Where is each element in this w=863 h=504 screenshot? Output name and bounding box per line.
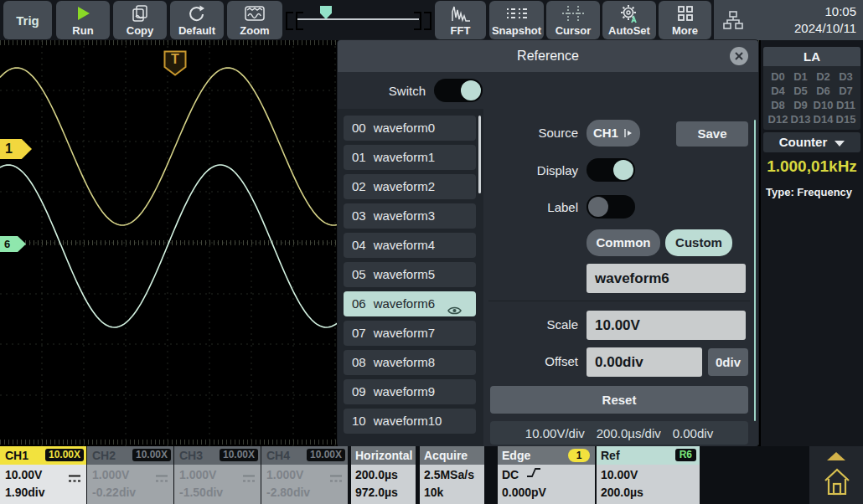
zoom-button[interactable]: Zoom xyxy=(227,1,282,39)
channel-block-ch3[interactable]: CH3 10.00X 1.000V -1.50div xyxy=(174,446,261,504)
toggle-knob xyxy=(588,197,608,217)
toggle-knob xyxy=(613,160,633,180)
offset-input[interactable]: 0.00div xyxy=(587,347,702,377)
digital-d10: D10 xyxy=(812,99,835,111)
trig-button-label: Trig xyxy=(3,1,52,39)
run-button[interactable]: Run xyxy=(56,1,110,39)
list-item-waveform2[interactable]: 02waveform2 xyxy=(344,174,476,199)
dialog-header: Reference xyxy=(338,40,758,72)
edge-title: Edge xyxy=(502,449,530,462)
footer-scale: 10.00V/div xyxy=(525,426,585,440)
digital-d11: D11 xyxy=(835,99,857,111)
default-button[interactable]: Default xyxy=(170,1,224,39)
reset-button[interactable]: Reset xyxy=(490,386,748,414)
edge-level: 0.000pV xyxy=(502,484,591,501)
inner-left-bracket-icon xyxy=(296,12,303,30)
channel-block-ch1[interactable]: CH1 10.00X 10.00V 1.90div xyxy=(0,446,86,504)
list-item-waveform6-selected[interactable]: 06waveform6 xyxy=(344,291,476,316)
list-item-waveform7[interactable]: 07waveform7 xyxy=(344,321,476,346)
source-select[interactable]: CH1 xyxy=(587,120,640,147)
bottom-right-corner xyxy=(809,446,863,504)
source-label: Source xyxy=(494,126,578,140)
edge-source-badge: 1 xyxy=(568,449,590,462)
channel-block-ch2[interactable]: CH2 10.00X 1.000V -0.22div xyxy=(87,446,173,504)
expand-up-arrow[interactable] xyxy=(827,452,845,460)
form-divider xyxy=(488,301,750,301)
snapshot-button[interactable]: Snapshot xyxy=(489,1,544,39)
save-button[interactable]: Save xyxy=(676,121,748,147)
switch-toggle[interactable] xyxy=(434,79,483,102)
switch-label: Switch xyxy=(354,84,426,98)
ch2-probe-badge: 10.00X xyxy=(132,449,171,461)
trigger-position-marker[interactable] xyxy=(320,6,332,19)
run-icon xyxy=(56,3,110,23)
cursor-button[interactable]: Cursor xyxy=(546,1,600,39)
list-item-waveform4[interactable]: 04waveform4 xyxy=(344,233,476,258)
more-button[interactable]: More xyxy=(659,1,711,39)
counter-type: Type: Frequency xyxy=(766,186,852,198)
footer-timebase: 200.0µs/div xyxy=(597,426,661,440)
common-button[interactable]: Common xyxy=(587,229,660,256)
home-icon[interactable] xyxy=(823,466,851,501)
status-bar: CH1 10.00X 10.00V 1.90div CH2 10.00X 1.0… xyxy=(0,446,863,504)
dc-coupling-icon xyxy=(68,471,81,488)
trigger-marker[interactable]: T xyxy=(163,50,187,76)
ref-block[interactable]: Ref R6 10.00V 200.0µs xyxy=(597,446,700,504)
acquire-block[interactable]: Acquire 2.5MSa/s 10k xyxy=(420,446,484,504)
label-toggle[interactable] xyxy=(587,195,635,219)
reference-dialog: Reference Switch 00waveform0 01waveform1… xyxy=(338,40,758,446)
ch1-volts: 10.00V xyxy=(5,468,42,481)
horizontal-block[interactable]: Horizontal 200.0µs 972.0µs xyxy=(351,446,416,504)
network-icon xyxy=(722,10,744,33)
digital-d7: D7 xyxy=(835,85,857,97)
list-item-waveform9[interactable]: 09waveform9 xyxy=(344,379,476,404)
clock-panel[interactable]: 10:05 2024/10/11 xyxy=(714,0,863,40)
more-grid-icon xyxy=(659,3,711,23)
offset-zero-button[interactable]: 0div xyxy=(708,348,748,376)
outer-right-bracket-icon xyxy=(424,12,432,30)
toggle-knob xyxy=(461,80,481,100)
edge-trigger-block[interactable]: Edge 1 DC 0.000pV xyxy=(498,446,595,504)
digital-d8: D8 xyxy=(767,99,789,111)
digital-d9: D9 xyxy=(789,99,812,111)
ref-title: Ref xyxy=(601,449,620,462)
display-toggle[interactable] xyxy=(587,158,635,182)
close-icon xyxy=(735,52,743,60)
scale-input[interactable]: 10.00V xyxy=(587,311,746,340)
outer-left-bracket-icon xyxy=(286,12,293,30)
ch4-name: CH4 xyxy=(266,449,290,462)
list-item-waveform5[interactable]: 05waveform5 xyxy=(344,262,476,287)
digital-d2: D2 xyxy=(812,70,835,83)
ch1-probe-badge: 10.00X xyxy=(45,449,84,461)
copy-button[interactable]: Copy xyxy=(113,1,167,39)
snapshot-list-icon xyxy=(489,3,544,23)
dialog-scrollbar[interactable] xyxy=(754,120,756,421)
close-button[interactable] xyxy=(730,47,748,65)
trig-button[interactable]: Trig xyxy=(3,1,52,39)
digital-d1: D1 xyxy=(789,70,812,83)
list-scrollbar[interactable] xyxy=(478,116,481,193)
autoset-button[interactable]: AutoSet xyxy=(602,1,656,39)
zoom-icon xyxy=(227,3,282,23)
list-item-waveform8[interactable]: 08waveform8 xyxy=(344,350,476,375)
label-label: Label xyxy=(494,200,578,214)
offset-label: Offset xyxy=(494,354,578,368)
list-item-waveform0[interactable]: 00waveform0 xyxy=(344,116,476,141)
edge-coupling: DC xyxy=(502,468,519,481)
fft-button[interactable]: FFT xyxy=(435,1,486,39)
ch1-name: CH1 xyxy=(5,449,28,462)
inner-right-bracket-icon xyxy=(414,12,421,30)
counter-header[interactable]: Counter xyxy=(763,132,860,152)
custom-button[interactable]: Custom xyxy=(665,229,732,256)
list-item-waveform10[interactable]: 10waveform10 xyxy=(344,409,476,434)
ch2-name: CH2 xyxy=(92,449,116,462)
la-panel[interactable]: LA D0 D1 D2 D3 D4 D5 D6 D7 D8 D9 D10 D11… xyxy=(763,47,860,130)
waveform-name-input[interactable]: waveform6 xyxy=(587,264,746,293)
list-item-waveform1[interactable]: 01waveform1 xyxy=(344,145,476,170)
ch4-volts: 1.000V xyxy=(266,468,303,481)
list-item-waveform3[interactable]: 03waveform3 xyxy=(344,203,476,229)
channel-block-ch4[interactable]: CH4 10.00X 1.000V -2.80div xyxy=(261,446,348,504)
cursor-icon xyxy=(546,3,600,23)
digital-d6: D6 xyxy=(812,85,835,97)
horizontal-position-slider[interactable] xyxy=(283,0,432,40)
